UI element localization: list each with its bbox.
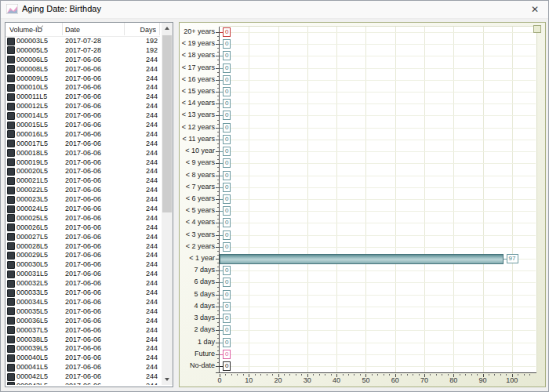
y-axis-minor-tick [217,326,219,327]
cell-days: 244 [125,343,158,353]
table-row[interactable]: 000008L52017-06-06244 [5,64,160,74]
table-row[interactable]: 000042L52017-06-06244 [5,372,160,381]
table-row[interactable]: 000014L52017-06-06244 [5,111,160,120]
table-row[interactable]: 000029L52017-06-06244 [5,250,160,260]
table-row[interactable]: 000015L52017-06-06244 [5,120,160,129]
category-label: < 18 years [180,50,215,60]
category-label: < 17 years [180,63,215,72]
cell-volume-id: 000022L5 [16,185,48,194]
table-row[interactable]: 000040L52017-06-06244 [5,353,160,362]
table-row[interactable]: 000030L52017-06-06244 [5,260,160,269]
table-row[interactable]: 000043L52017-06-06244 [5,381,160,385]
y-axis-tick [216,103,219,104]
table-row[interactable]: 000006L52017-06-06244 [5,55,160,64]
cell-date: 2017-07-28 [65,45,101,55]
table-row[interactable]: 000034L52017-06-06244 [5,297,160,307]
table-row[interactable]: 000020L52017-06-06244 [5,166,160,176]
tape-cartridge-icon [7,261,15,269]
column-header-volume-id[interactable]: Volume-ID [5,23,63,35]
table-row[interactable]: 000019L52017-06-06244 [5,158,160,167]
value-box: 0 [223,158,231,168]
cell-days: 244 [125,353,158,362]
tape-cartridge-icon [7,196,15,204]
table-row[interactable]: 000016L52017-06-06244 [5,129,160,139]
x-axis-minor-tick [231,374,232,376]
cell-date: 2017-06-06 [65,232,101,241]
table-row[interactable]: 000033L52017-06-06244 [5,288,160,297]
y-axis-minor-tick [217,52,219,53]
table-row[interactable]: 000035L52017-06-06244 [5,307,160,316]
table-row[interactable]: 000012L52017-06-06244 [5,101,160,111]
table-row[interactable]: 000036L52017-06-06244 [5,316,160,325]
x-axis-minor-tick [442,374,442,376]
scroll-down-button[interactable] [162,374,173,385]
y-axis-minor-tick [217,267,219,267]
close-button[interactable]: ✕ [522,1,548,18]
table-row[interactable]: 000011L52017-06-06244 [5,92,160,101]
table-row[interactable]: 000022L52017-06-06244 [5,185,160,194]
cell-date: 2017-06-06 [65,335,101,344]
chart-options-button[interactable] [533,25,541,33]
value-box: 0 [223,278,231,287]
cell-volume-id: 000039L5 [16,343,48,353]
table-row[interactable]: 000003L52017-07-28192 [5,36,160,45]
table-row[interactable]: 000026L52017-06-06244 [5,223,160,232]
cell-volume-id: 000041L5 [16,362,48,372]
scrollbar-thumb[interactable] [162,35,172,212]
cell-days: 244 [125,316,158,325]
table-row[interactable]: 000038L52017-06-06244 [5,335,160,344]
category-label: < 11 years [180,134,215,143]
table-row[interactable]: 000021L52017-06-06244 [5,176,160,185]
horizontal-gridline [220,282,536,283]
cell-days: 244 [125,250,158,260]
tape-cartridge-icon [7,177,15,185]
category-label: < 12 years [180,122,215,132]
cell-date: 2017-06-06 [65,241,101,251]
table-row[interactable]: 000023L52017-06-06244 [5,194,160,204]
table-row[interactable]: 000039L52017-06-06244 [5,343,160,353]
scroll-up-button[interactable] [162,23,173,34]
table-row[interactable]: 000009L52017-06-06244 [5,74,160,83]
horizontal-gridline [220,68,536,69]
tape-cartridge-icon [7,187,15,194]
table-row[interactable]: 000017L52017-06-06244 [5,139,160,148]
table-row[interactable]: 000031L52017-06-06244 [5,269,160,278]
value-box: 0 [223,325,231,335]
table-row[interactable]: 000018L52017-06-06244 [5,148,160,158]
horizontal-gridline [220,176,536,176]
table-row[interactable]: 000028L52017-06-06244 [5,241,160,251]
table-row[interactable]: 000025L52017-06-06244 [5,213,160,223]
y-axis-minor-tick [217,88,219,89]
horizontal-gridline [220,318,536,319]
cell-days: 244 [125,381,158,385]
category-label: < 8 years [180,170,215,180]
table-row[interactable]: 000024L52017-06-06244 [5,204,160,213]
y-axis-tick [216,151,219,152]
column-header-date[interactable]: Date [63,23,125,35]
cell-days: 244 [125,158,158,167]
cell-volume-id: 000015L5 [16,120,48,129]
cell-days: 244 [125,176,158,185]
table-row[interactable]: 000005L52017-07-28192 [5,45,160,55]
cell-date: 2017-06-06 [65,213,101,223]
cell-days: 244 [125,204,158,213]
y-axis-minor-tick [217,120,219,121]
column-header-days[interactable]: Days [125,23,160,35]
y-axis-tick [216,80,219,81]
cell-date: 2017-06-06 [65,278,101,288]
y-axis-minor-tick [217,227,219,227]
horizontal-gridline [220,307,536,307]
table-row[interactable]: 000041L52017-06-06244 [5,362,160,372]
chart-plot-area[interactable]: 0102030405060708090100000000000000000000… [220,26,537,372]
table-row[interactable]: 000010L52017-06-06244 [5,82,160,92]
vertical-scrollbar[interactable] [162,23,173,385]
x-axis-minor-tick [465,374,466,376]
y-axis-minor-tick [217,251,219,252]
table-row[interactable]: 000037L52017-06-06244 [5,325,160,335]
table-row[interactable]: 000032L52017-06-06244 [5,278,160,288]
chart-bar [220,254,504,264]
x-axis-minor-tick [284,374,285,376]
cell-volume-id: 000033L5 [16,288,48,297]
tape-cartridge-icon [7,103,15,111]
table-row[interactable]: 000027L52017-06-06244 [5,232,160,241]
